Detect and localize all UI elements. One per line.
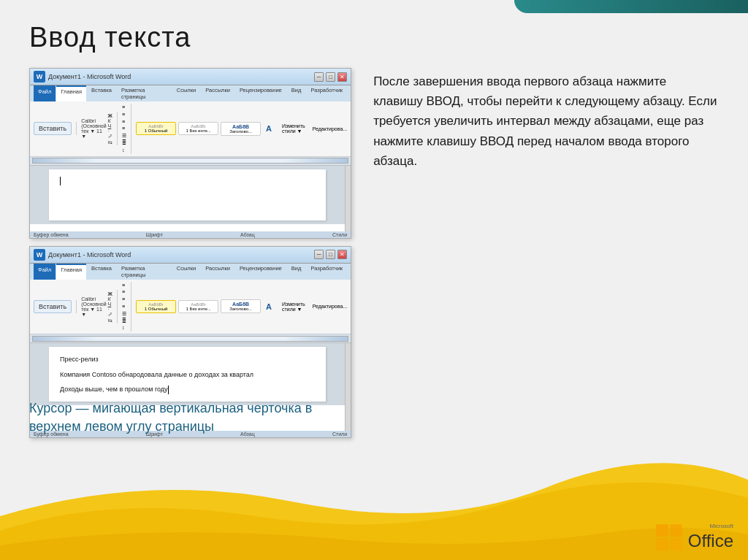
tab-insert-1[interactable]: Вставка <box>87 85 116 101</box>
doc-line-2: Компания Contoso обнародовала данные о д… <box>60 369 315 380</box>
editing-group-2: Редактирова... <box>313 304 348 309</box>
ribbon-tabs-1: Файл Главная Вставка Разметка страницы С… <box>30 85 351 101</box>
tab-layout-1[interactable]: Разметка страницы <box>117 85 172 101</box>
editing-group: Редактирова... <box>313 126 348 131</box>
doc-line-3: Доходы выше, чем в прошлом году <box>60 384 315 394</box>
doc-line-1: Пресс-релиз <box>60 354 315 364</box>
scrollbar-1[interactable] <box>345 166 351 231</box>
clipboard-group: Вставить <box>34 122 77 135</box>
restore-btn-2[interactable]: □ <box>326 250 335 259</box>
ribbon-tabs-2: Файл Главная Вставка Разметка страницы С… <box>30 264 351 280</box>
tab-refs-2[interactable]: Ссылки <box>172 264 200 280</box>
text-cursor-2 <box>168 386 169 394</box>
office-text-block: Microsoft Office <box>688 523 733 551</box>
ruler-bar-2 <box>32 336 348 342</box>
titlebar-1: W Документ1 - Microsoft Word ─ □ ✕ <box>30 69 351 85</box>
style-a-large: A <box>263 124 275 133</box>
doc-area-1 <box>30 166 345 224</box>
restore-btn[interactable]: □ <box>326 72 335 82</box>
toolbar-2: Вставить Calibri (Основной тек ▼ 11 ▼ Ж … <box>30 280 351 335</box>
close-btn-2[interactable]: ✕ <box>337 250 347 259</box>
screenshots-column: W Документ1 - Microsoft Word ─ □ ✕ Файл … <box>29 68 351 438</box>
toolbar-1: Вставить Calibri (Основной тек ▼ 11 ▼ Ж … <box>30 101 351 157</box>
office-sq-1 <box>656 524 668 537</box>
style-a-large-2: A <box>263 302 275 311</box>
word-body-1 <box>30 166 351 231</box>
description-column: После завершения ввода первого абзаца на… <box>373 68 719 171</box>
microsoft-label: Microsoft <box>688 523 733 529</box>
scrollbar-2[interactable] <box>345 343 351 431</box>
font-group-2: Calibri (Основной тек ▼ 11 ▼ Ж К Ч · ₓ² … <box>81 290 118 323</box>
main-content: Ввод текста W Документ1 - Microsoft Word… <box>0 0 748 560</box>
tab-insert-2[interactable]: Вставка <box>87 264 116 280</box>
window-controls-2: ─ □ ✕ <box>314 250 347 259</box>
office-logo: Microsoft Office <box>656 523 733 551</box>
style-heading-2[interactable]: АаБ6В Заголово... <box>221 299 261 313</box>
minimize-btn[interactable]: ─ <box>314 72 324 82</box>
titlebar-text-1: Документ1 - Microsoft Word <box>48 73 131 80</box>
style-normal-2[interactable]: AаБбВг 1 Обычный <box>136 300 176 313</box>
tab-home-1[interactable]: Главная <box>56 85 86 101</box>
paragraph-group-2: ≡ ≡ ≡ ≡ ☰ ≣ ↕ <box>122 282 131 332</box>
style-heading[interactable]: АаБ6В Заголово... <box>221 122 261 136</box>
text-cursor <box>60 177 61 185</box>
ruler-bar <box>32 158 348 164</box>
paste-btn-2[interactable]: Вставить <box>34 300 72 313</box>
paragraph-group: ≡ ≡ ≡ ≡ ☰ ≣ ↕ <box>122 104 131 154</box>
style-no-interval[interactable]: AаБбВг 1 Без инте... <box>178 122 218 135</box>
office-squares-icon <box>656 524 682 551</box>
word-screenshot-1: W Документ1 - Microsoft Word ─ □ ✕ Файл … <box>29 68 351 239</box>
style-normal[interactable]: AаБбВг 1 Обычный <box>136 122 176 135</box>
tab-dev-1[interactable]: Разработчик <box>306 85 347 101</box>
style-no-interval-2[interactable]: AаБбВг 1 Без инте... <box>178 300 218 313</box>
office-sq-4 <box>670 538 682 551</box>
bottom-caption: Курсор — мигающая вертикальная черточка … <box>29 399 312 436</box>
statusbar-1: Буфер обмена Шрифт Абзац Стили <box>30 231 351 238</box>
font-group: Calibri (Основной тек ▼ 11 ▼ Ж К Ч · ₓ² … <box>81 112 118 145</box>
office-sq-3 <box>656 538 668 551</box>
window-controls-1: ─ □ ✕ <box>314 72 347 82</box>
close-btn[interactable]: ✕ <box>337 72 347 82</box>
edit-group-2: Изменить стили ▼ <box>282 302 305 312</box>
minimize-btn-2[interactable]: ─ <box>314 250 324 259</box>
tab-review-1[interactable]: Рецензирование <box>235 85 286 101</box>
caption-line2: верхнем левом углу страницы <box>29 419 214 434</box>
tab-file-1[interactable]: Файл <box>34 85 56 101</box>
tab-refs-1[interactable]: Ссылки <box>172 85 200 101</box>
word-page-2: Пресс-релиз Компания Contoso обнародовал… <box>49 347 326 402</box>
paste-btn[interactable]: Вставить <box>34 122 72 135</box>
clipboard-group-2: Вставить <box>34 300 77 313</box>
tab-file-2[interactable]: Файл <box>34 264 56 280</box>
titlebar-2: W Документ1 - Microsoft Word ─ □ ✕ <box>30 247 351 264</box>
edit-group: Изменить стили ▼ <box>282 123 305 134</box>
tab-view-2[interactable]: Вид <box>287 264 306 280</box>
titlebar-text-2: Документ1 - Microsoft Word <box>48 251 131 258</box>
office-label: Office <box>688 531 733 551</box>
content-row: W Документ1 - Microsoft Word ─ □ ✕ Файл … <box>29 68 719 438</box>
office-sq-2 <box>670 524 682 537</box>
caption-line1: Курсор — мигающая вертикальная черточка … <box>29 401 312 415</box>
ruler-1 <box>30 157 351 166</box>
tab-layout-2[interactable]: Разметка страницы <box>117 264 172 280</box>
doc-area-2: Пресс-релиз Компания Contoso обнародовал… <box>30 343 345 405</box>
tab-review-2[interactable]: Рецензирование <box>235 264 286 280</box>
page-title: Ввод текста <box>29 22 719 53</box>
tab-mail-1[interactable]: Рассылки <box>201 85 234 101</box>
tab-dev-2[interactable]: Разработчик <box>306 264 347 280</box>
tab-mail-2[interactable]: Рассылки <box>201 264 234 280</box>
tab-home-2[interactable]: Главная <box>56 264 86 280</box>
tab-view-1[interactable]: Вид <box>287 85 306 101</box>
ruler-2 <box>30 334 351 343</box>
styles-group: AаБбВг 1 Обычный AаБбВг 1 Без инте... Аа… <box>136 122 275 136</box>
styles-group-2: AаБбВг 1 Обычный AаБбВг 1 Без инте... Аа… <box>136 299 275 313</box>
word-page-1 <box>49 169 326 220</box>
description-text: После завершения ввода первого абзаца на… <box>373 72 719 171</box>
